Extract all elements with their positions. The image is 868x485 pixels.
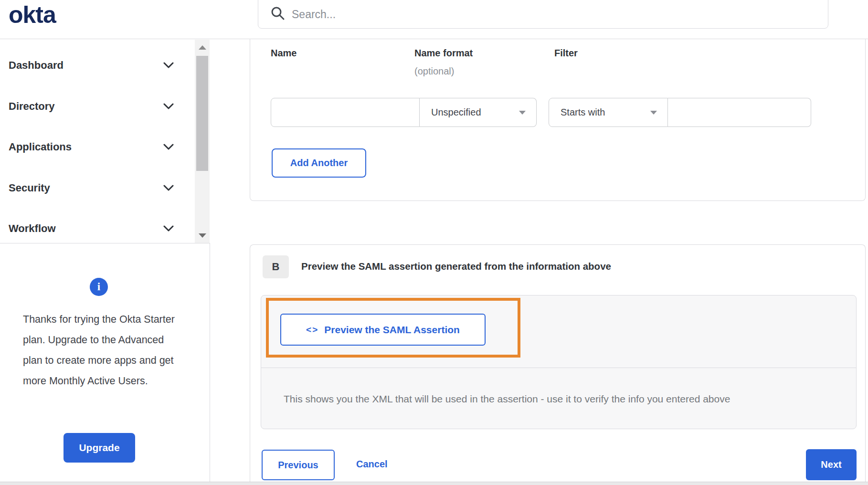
chevron-down-icon	[163, 185, 174, 191]
filter-column-label: Filter	[554, 48, 578, 59]
attribute-name-input[interactable]	[271, 98, 420, 127]
sidebar-item-dashboard[interactable]: Dashboard	[0, 50, 194, 81]
dropdown-arrow-icon	[519, 111, 526, 115]
optional-note: (optional)	[414, 66, 454, 77]
preview-saml-assertion-button[interactable]: <> Preview the SAML Assertion	[280, 314, 486, 346]
plan-promo-text: Thanks for trying the Okta Starter plan.…	[23, 309, 183, 391]
preview-panel: <> Preview the SAML Assertion This shows…	[261, 295, 857, 429]
dropdown-arrow-icon	[650, 111, 657, 115]
search-icon	[271, 6, 285, 22]
triangle-up-icon	[199, 45, 206, 50]
name-format-select[interactable]: Unspecified	[420, 98, 537, 127]
global-search[interactable]	[258, 0, 828, 29]
filter-value-input[interactable]	[668, 98, 811, 127]
attribute-statement-card: Name Name format (optional) Filter Unspe…	[250, 39, 866, 201]
saml-preview-card: B Preview the SAML assertion generated f…	[250, 244, 866, 482]
scroll-down-button[interactable]	[195, 228, 210, 243]
scrollbar-thumb[interactable]	[196, 56, 208, 171]
section-b-badge: B	[263, 255, 289, 278]
top-header: okta	[0, 0, 868, 39]
sidebar-item-applications[interactable]: Applications	[0, 131, 194, 163]
sidebar-item-workflow[interactable]: Workflow	[0, 213, 194, 244]
sidebar-item-directory[interactable]: Directory	[0, 91, 194, 122]
triangle-down-icon	[199, 233, 206, 238]
sidebar-item-security[interactable]: Security	[0, 172, 194, 204]
okta-logo: okta	[9, 1, 56, 29]
name-format-column-label: Name format	[414, 48, 473, 59]
preview-panel-top: <> Preview the SAML Assertion	[261, 295, 856, 368]
code-icon: <>	[306, 325, 318, 335]
chevron-down-icon	[163, 62, 174, 69]
previous-button[interactable]: Previous	[262, 450, 335, 480]
chevron-down-icon	[163, 225, 174, 232]
sidebar-scrollbar[interactable]	[195, 40, 210, 243]
search-input[interactable]	[292, 8, 721, 21]
add-another-button[interactable]: Add Another	[272, 148, 366, 178]
info-icon: i	[90, 278, 108, 296]
bottom-edge-strip	[0, 482, 868, 485]
scroll-up-button[interactable]	[195, 40, 210, 55]
section-b-title: Preview the SAML assertion generated fro…	[301, 261, 611, 272]
next-button[interactable]: Next	[806, 449, 857, 480]
preview-description: This shows you the XML that will be used…	[261, 369, 856, 429]
filter-type-select[interactable]: Starts with	[549, 98, 668, 127]
upgrade-button[interactable]: Upgrade	[64, 433, 135, 463]
chevron-down-icon	[163, 103, 174, 110]
chevron-down-icon	[163, 144, 174, 150]
name-column-label: Name	[271, 48, 296, 59]
cancel-link[interactable]: Cancel	[356, 459, 388, 470]
sidebar-nav: Dashboard Directory Applications Securit…	[0, 39, 210, 243]
